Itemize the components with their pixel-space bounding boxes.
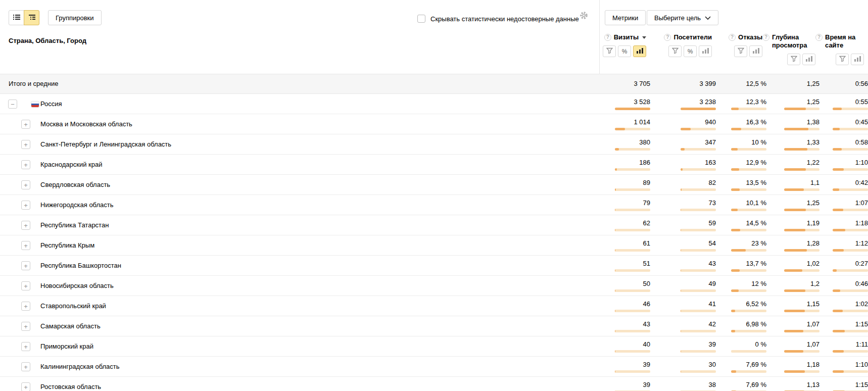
metric-column-title[interactable]: ?Визиты xyxy=(604,33,646,41)
row-dimension-cell[interactable]: +Республика Татарстан xyxy=(0,215,603,235)
metric-value: 0:27 xyxy=(855,260,868,268)
metric-column-title[interactable]: ?Посетители xyxy=(664,33,712,41)
filter-tool-button[interactable] xyxy=(668,45,682,57)
expand-button[interactable]: + xyxy=(21,322,30,331)
row-values: 46416,52 %1,151:02 xyxy=(603,296,868,316)
expand-button[interactable]: + xyxy=(21,261,30,270)
row-dimension-cell[interactable]: +Свердловская область xyxy=(0,175,603,194)
metric-column-title[interactable]: ?Время на сайте xyxy=(815,33,864,50)
row-dimension-cell[interactable]: +Республика Крым xyxy=(0,235,603,255)
row-dimension-cell[interactable]: −Россия xyxy=(0,94,603,114)
row-dimension-cell[interactable]: +Москва и Московская область xyxy=(0,114,603,134)
metric-value: 39 xyxy=(643,361,650,369)
percent-tool-button[interactable]: % xyxy=(618,45,631,57)
row-dimension-cell[interactable]: +Краснодарский край xyxy=(0,155,603,174)
metric-bar xyxy=(731,108,766,110)
chevron-down-icon xyxy=(701,14,711,22)
table-row: +Самарская область43426,98 %1,071:15 xyxy=(0,316,868,336)
row-dimension-cell[interactable]: +Санкт-Петербург и Ленинградская область xyxy=(0,134,603,154)
metric-value-cell: 10 % xyxy=(716,134,766,154)
expand-button[interactable]: + xyxy=(21,201,30,210)
metrics-button[interactable]: Метрики xyxy=(605,10,646,25)
metric-value: 38 xyxy=(709,381,716,389)
expand-button[interactable]: + xyxy=(21,221,30,230)
metric-value: 39 xyxy=(709,340,716,349)
metric-bar xyxy=(681,370,716,373)
metric-bar xyxy=(681,350,716,353)
metric-value: 163 xyxy=(705,159,716,167)
row-dimension-cell[interactable]: +Ставропольский край xyxy=(0,296,603,316)
expand-button[interactable]: + xyxy=(21,120,30,129)
table-settings-button[interactable] xyxy=(579,11,589,22)
row-dimension-cell[interactable]: +Калининградская область xyxy=(0,357,603,376)
row-dimension-cell[interactable]: +Самарская область xyxy=(0,316,603,336)
hide-insignificant-control[interactable]: Скрывать статистически недостоверные дан… xyxy=(417,11,579,26)
chart-tool-button[interactable] xyxy=(802,54,815,65)
row-label: Санкт-Петербург и Ленинградская область xyxy=(40,134,603,154)
metric-value-cell: 1:18 xyxy=(819,215,868,235)
collapse-button[interactable]: − xyxy=(8,100,17,109)
help-icon[interactable]: ? xyxy=(815,34,823,41)
metric-value: 12,3 % xyxy=(746,98,766,106)
chart-tool-button[interactable] xyxy=(749,45,762,57)
chart-tool-button[interactable] xyxy=(699,45,712,57)
expand-button[interactable]: + xyxy=(21,281,30,290)
metric-tools: % xyxy=(601,45,646,57)
totals-label: Итого и средние xyxy=(0,74,603,93)
metric-value: 1,2 xyxy=(810,280,819,288)
hide-insignificant-checkbox[interactable] xyxy=(417,15,425,23)
metric-value: 0:58 xyxy=(855,138,868,146)
metric-value: 40 xyxy=(643,340,650,349)
expand-button[interactable]: + xyxy=(21,342,30,351)
totals-value: 3 705 xyxy=(603,74,650,93)
metric-column-title[interactable]: ?Отказы xyxy=(729,33,762,41)
metric-value: 1:15 xyxy=(855,320,868,328)
help-icon[interactable]: ? xyxy=(729,34,736,41)
row-dimension-cell[interactable]: +Ростовская область xyxy=(0,377,603,391)
metric-value-cell: 39 xyxy=(603,377,650,391)
filter-tool-button[interactable] xyxy=(836,54,849,65)
metric-value-cell: 89 xyxy=(603,175,650,194)
metric-bar xyxy=(833,229,868,231)
expand-button[interactable]: + xyxy=(21,241,30,250)
help-icon[interactable]: ? xyxy=(762,34,769,41)
chart-icon xyxy=(753,47,759,55)
filter-tool-button[interactable] xyxy=(734,45,747,57)
percent-tool-button[interactable]: % xyxy=(684,45,697,57)
tree-view-button[interactable] xyxy=(24,10,39,25)
row-values: 43426,98 %1,071:15 xyxy=(603,316,868,336)
metric-value-cell: 1,07 xyxy=(766,316,819,336)
expand-button[interactable]: + xyxy=(21,160,30,169)
chart-tool-button[interactable] xyxy=(633,45,646,57)
help-icon[interactable]: ? xyxy=(664,34,671,41)
expand-button[interactable]: + xyxy=(21,382,30,391)
metric-bar xyxy=(681,269,716,272)
chart-tool-button[interactable] xyxy=(851,54,864,65)
metric-bar xyxy=(681,289,716,292)
metric-column-label: Время на сайте xyxy=(825,33,864,50)
metric-bar xyxy=(833,209,868,211)
expand-button[interactable]: + xyxy=(21,140,30,149)
filter-tool-button[interactable] xyxy=(603,45,616,57)
row-dimension-cell[interactable]: +Республика Башкортостан xyxy=(0,256,603,275)
row-label: Москва и Московская область xyxy=(40,114,603,134)
row-dimension-cell[interactable]: +Нижегородская область xyxy=(0,195,603,215)
russia-flag-icon xyxy=(31,102,39,107)
metric-bar xyxy=(731,330,766,332)
table-row: +Республика Башкортостан514313,7 %1,020:… xyxy=(0,256,868,276)
filter-tool-button[interactable] xyxy=(787,54,800,65)
table-row: +Краснодарский край18616312,9 %1,221:10 xyxy=(0,155,868,175)
goal-select-button[interactable]: Выберите цель xyxy=(647,10,718,25)
expand-button[interactable]: + xyxy=(21,180,30,189)
groupings-button[interactable]: Группировки xyxy=(48,10,102,25)
help-icon[interactable]: ? xyxy=(604,34,611,41)
metric-value: 16,3 % xyxy=(746,118,766,126)
row-dimension-cell[interactable]: +Приморский край xyxy=(0,336,603,356)
expand-button[interactable]: + xyxy=(21,362,30,371)
metric-bar xyxy=(833,188,868,191)
metric-bar xyxy=(681,330,716,332)
metric-column-title[interactable]: ?Глубина просмотра xyxy=(762,33,815,50)
expand-button[interactable]: + xyxy=(21,302,30,311)
row-dimension-cell[interactable]: +Новосибирская область xyxy=(0,276,603,296)
list-view-button[interactable] xyxy=(9,10,24,25)
